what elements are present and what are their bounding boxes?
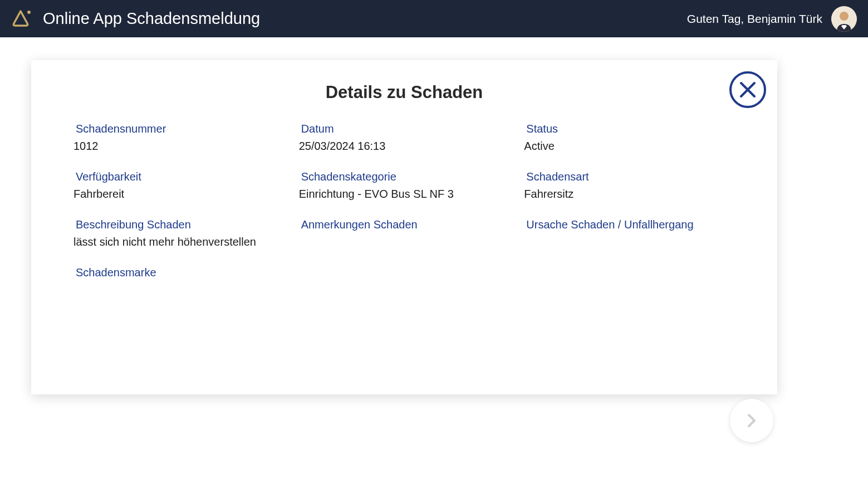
chevron-right-icon [743, 412, 761, 430]
header-right: Guten Tag, Benjamin Türk [687, 6, 857, 32]
field-value: 25/03/2024 16:13 [299, 140, 513, 153]
field-schadenskategorie: Schadenskategorie Einrichtung - EVO Bus … [299, 170, 513, 201]
field-anmerkungen: Anmerkungen Schaden [299, 218, 513, 248]
field-value: Active [524, 140, 738, 153]
field-label: Schadensmarke [73, 266, 288, 279]
field-label: Datum [299, 123, 513, 135]
field-schadensmarke: Schadensmarke [73, 266, 288, 284]
field-label: Schadensart [524, 170, 738, 183]
user-avatar[interactable] [831, 6, 857, 32]
field-label: Ursache Schaden / Unfallhergang [524, 218, 738, 231]
field-schadensart: Schadensart Fahrersitz [524, 170, 738, 201]
close-button[interactable] [729, 71, 766, 108]
field-value: Einrichtung - EVO Bus SL NF 3 [299, 188, 513, 201]
field-value: Fahrbereit [73, 188, 288, 201]
svg-point-0 [27, 11, 31, 14]
field-ursache: Ursache Schaden / Unfallhergang [524, 218, 738, 248]
svg-point-2 [840, 12, 849, 21]
field-label: Status [524, 123, 738, 135]
field-label: Beschreibung Schaden [73, 218, 288, 231]
user-greeting: Guten Tag, Benjamin Türk [687, 12, 822, 26]
app-header: Online App Schadensmeldung Guten Tag, Be… [0, 0, 868, 37]
field-datum: Datum 25/03/2024 16:13 [299, 123, 513, 153]
details-grid: Schadensnummer 1012 Datum 25/03/2024 16:… [70, 123, 738, 284]
header-left: Online App Schadensmeldung [8, 7, 260, 31]
field-schadensnummer: Schadensnummer 1012 [73, 123, 288, 153]
field-label: Schadenskategorie [299, 170, 513, 183]
app-title: Online App Schadensmeldung [43, 9, 260, 28]
field-value: Fahrersitz [524, 188, 738, 201]
field-label: Anmerkungen Schaden [299, 218, 513, 231]
field-value: 1012 [73, 140, 288, 153]
details-card: Details zu Schaden Schadensnummer 1012 D… [31, 60, 777, 394]
close-icon [738, 80, 758, 100]
card-title: Details zu Schaden [70, 82, 738, 103]
field-label: Schadensnummer [73, 123, 288, 135]
field-label: Verfügbarkeit [73, 170, 288, 183]
next-button[interactable] [730, 399, 773, 442]
field-beschreibung: Beschreibung Schaden lässt sich nicht me… [73, 218, 288, 248]
field-verfuegbarkeit: Verfügbarkeit Fahrbereit [73, 170, 288, 201]
field-status: Status Active [524, 123, 738, 153]
app-logo-icon [8, 7, 33, 31]
field-value: lässt sich nicht mehr höhenverstellen [73, 236, 288, 248]
